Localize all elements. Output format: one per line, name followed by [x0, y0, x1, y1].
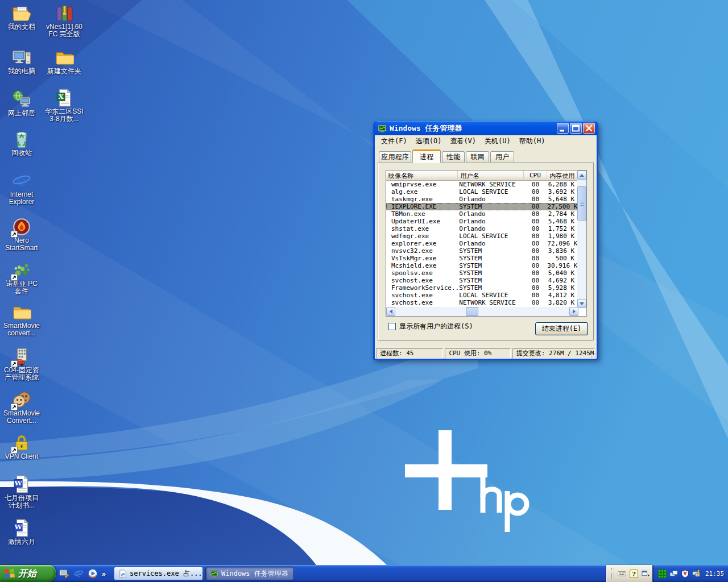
process-row[interactable]: FrameworkService...SYSTEM005,928 K [386, 284, 577, 292]
process-row[interactable]: VsTskMgr.exeSYSTEM00500 K [386, 255, 577, 262]
taskbar-button-1[interactable]: Windows 任务管理器 [205, 567, 294, 580]
shortcut-arrow-icon [11, 231, 18, 238]
arrow-left-icon [387, 309, 392, 314]
column-header-用户名[interactable]: 用户名 [458, 171, 523, 181]
vertical-scrollbar[interactable] [577, 171, 586, 308]
process-row[interactable]: spoolsv.exeSYSTEM005,040 K [386, 269, 577, 277]
process-name: svchost.exe [386, 277, 458, 284]
maximize-button[interactable] [570, 123, 582, 134]
process-row[interactable]: taskmgr.exeOrlando005,648 K [386, 196, 577, 203]
column-header-映像名称[interactable]: 映像名称 [386, 171, 458, 181]
desktop-icon-internet-explorer[interactable]: eInternetExplorer [0, 171, 44, 206]
tray-network-connections-icon[interactable] [669, 569, 678, 578]
close-button[interactable] [583, 123, 595, 134]
desktop-icon-passion-june[interactable]: W激情六月 [0, 518, 44, 546]
desktop-icon-c04-fixed-assets[interactable]: C04-固定资产管理系统 [0, 347, 44, 381]
language-bar-grip[interactable] [611, 568, 614, 579]
tab-应用程序[interactable]: 应用程序 [379, 151, 411, 163]
desktop-icon-huadong-excel[interactable]: X华东二区SSI3-8月数... [42, 88, 86, 123]
process-row[interactable]: shstat.exeOrlando001,752 K [386, 225, 577, 232]
process-row[interactable]: alg.exeLOCAL SERVICE003,692 K [386, 188, 577, 196]
desktop-icon-july-project-plan[interactable]: W七月份项目计划书... [0, 475, 44, 509]
tab-strip: 应用程序进程性能联网用户 [379, 149, 515, 163]
quick-launch-show-desktop-icon[interactable] [59, 568, 69, 579]
process-name: VsTskMgr.exe [386, 255, 458, 262]
tab-用户[interactable]: 用户 [490, 151, 514, 163]
taskbar-button-0[interactable]: eservices.exe 占... [114, 567, 203, 580]
process-row[interactable]: Mcshield.exeSYSTEM0030,916 K [386, 262, 577, 269]
column-header-CPU[interactable]: CPU [524, 171, 548, 181]
quick-launch: e » [59, 565, 106, 582]
language-bar[interactable]: ? [606, 565, 652, 582]
title-bar[interactable]: Windows 任务管理器 [375, 121, 597, 135]
desktop-icon-vpn-client[interactable]: VPN Client [0, 433, 44, 460]
language-bar-language-options-icon[interactable] [642, 569, 650, 578]
process-mem: 27,500 K [547, 203, 577, 210]
resize-grip[interactable] [589, 351, 596, 358]
show-all-users-checkbox[interactable] [388, 323, 396, 330]
quick-launch-internet-explorer-icon[interactable]: e [73, 568, 84, 579]
desktop-icon-my-computer[interactable]: 我的电脑 [0, 48, 44, 75]
horizontal-scrollbar[interactable] [386, 307, 578, 316]
tray-lan-connection-icon[interactable] [692, 569, 701, 578]
language-bar-keyboard-icon[interactable] [618, 569, 626, 578]
desktop-icon-nero-startsmart[interactable]: NeroStartSmart [0, 217, 44, 252]
quick-launch-media-player-icon[interactable] [88, 568, 98, 579]
end-process-button[interactable]: 结束进程(E) [535, 322, 588, 335]
desktop-icon-label: 我的电脑 [0, 68, 44, 75]
recycle-bin-icon [12, 130, 31, 149]
horizontal-scroll-thumb[interactable] [466, 307, 478, 316]
desktop-icon-nokia-pc-suite[interactable]: 诺基亚 PC套件 [0, 260, 44, 295]
tray-mcafee-shield-icon[interactable] [681, 569, 689, 578]
process-row[interactable]: wmiprvse.exeNETWORK SERVICE006,288 K [386, 181, 577, 188]
desktop-icon-network-places[interactable]: 网上邻居 [0, 90, 44, 117]
desktop-icon-my-documents[interactable]: 我的文档 [0, 3, 44, 31]
process-row[interactable]: svchost.exeLOCAL SERVICE004,812 K [386, 292, 577, 299]
tab-性能[interactable]: 性能 [442, 151, 465, 163]
status-bar: 进程数: 45 CPU 使用: 0% 提交更改: 276M / 1245M [375, 347, 597, 359]
tab-联网[interactable]: 联网 [466, 151, 489, 163]
menu-item-2[interactable]: 查看(V) [446, 135, 481, 147]
arrow-right-icon [573, 309, 578, 314]
process-row[interactable]: UpdaterUI.exeOrlando005,468 K [386, 218, 577, 225]
menu-item-0[interactable]: 文件(F) [377, 135, 412, 147]
process-row[interactable]: nvsvc32.exeSYSTEM003,836 K [386, 247, 577, 255]
minimize-button[interactable] [557, 123, 569, 134]
scroll-down-button[interactable] [577, 299, 586, 308]
process-row[interactable]: svchost.exeNETWORK SERVICE003,820 K [386, 299, 577, 306]
menu-item-1[interactable]: 选项(O) [412, 135, 446, 147]
process-cpu: 00 [524, 232, 548, 240]
desktop-icon-new-folder[interactable]: 新建文件夹 [42, 48, 86, 75]
desktop-icon-label: vNes1[1].60FC 完全版 [42, 23, 86, 38]
process-user: SYSTEM [458, 262, 523, 269]
scroll-right-button[interactable] [569, 307, 578, 316]
desktop-icon-recycle-bin[interactable]: 回收站 [0, 130, 44, 157]
start-button[interactable]: 开始 [0, 565, 56, 582]
internet-explorer-icon: e [12, 171, 31, 190]
process-row[interactable]: svchost.exeSYSTEM004,692 K [386, 277, 577, 284]
desktop-icon-vnes-archive[interactable]: vNes1[1].60FC 完全版 [42, 3, 86, 38]
menu-item-4[interactable]: 帮助(H) [515, 135, 550, 147]
desktop-icon-smartmovie-converter[interactable]: SmartMovieConvert... [0, 390, 44, 425]
desktop-icon-label: 七月份项目计划书... [0, 494, 44, 509]
quick-launch-overflow-chevron[interactable]: » [102, 569, 106, 578]
menu-item-3[interactable]: 关机(U) [481, 135, 515, 147]
language-bar-help-icon[interactable]: ? [630, 569, 638, 578]
column-header-内存使用[interactable]: 内存使用 [547, 171, 577, 181]
desktop-icon-smartmovie-folder[interactable]: SmartMovieconvert... [0, 302, 44, 337]
show-all-users-label[interactable]: 显示所有用户的进程(S) [399, 322, 473, 331]
scroll-left-button[interactable] [386, 307, 395, 316]
shortcut-arrow-icon [11, 404, 18, 410]
scroll-up-button[interactable] [577, 171, 586, 180]
tray-activity-grid-icon[interactable] [658, 569, 667, 578]
process-cpu: 00 [524, 218, 548, 225]
process-row[interactable]: TBMon.exeOrlando002,784 K [386, 210, 577, 218]
tab-进程[interactable]: 进程 [412, 149, 441, 163]
process-row[interactable]: wdfmgr.exeLOCAL SERVICE001,980 K [386, 232, 577, 240]
process-row[interactable]: IEXPLORE.EXESYSTEM0027,500 K [386, 203, 577, 210]
nokia-pc-suite-icon [12, 260, 31, 280]
process-row[interactable]: explorer.exeOrlando0072,096 K [386, 240, 577, 247]
process-name: nvsvc32.exe [386, 247, 458, 255]
process-name: UpdaterUI.exe [386, 218, 458, 225]
vertical-scroll-thumb[interactable] [577, 186, 586, 221]
